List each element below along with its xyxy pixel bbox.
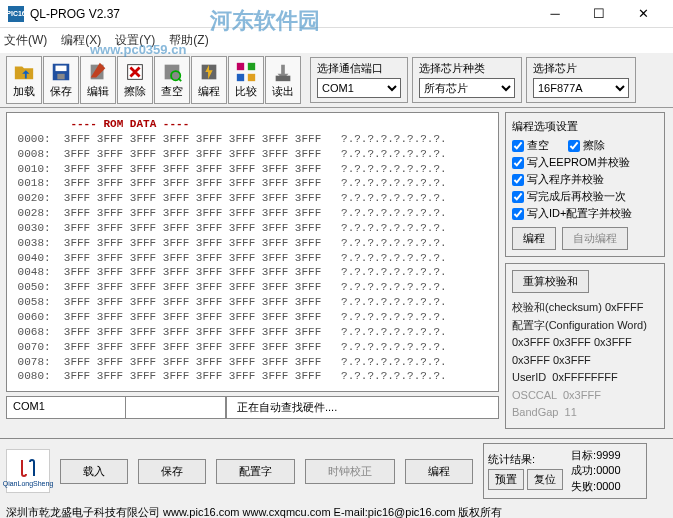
svg-rect-2 xyxy=(57,73,64,79)
program-button[interactable]: 编程 xyxy=(191,56,227,104)
kind-select[interactable]: 所有芯片 xyxy=(419,78,515,98)
load-button[interactable]: 加载 xyxy=(6,56,42,104)
chk-blank[interactable] xyxy=(512,140,524,152)
read-button[interactable]: 读出 xyxy=(265,56,301,104)
erase-button[interactable]: 擦除 xyxy=(117,56,153,104)
app-icon: PIC16 xyxy=(8,6,24,22)
maximize-button[interactable]: ☐ xyxy=(577,0,621,28)
blank-button[interactable]: 查空 xyxy=(154,56,190,104)
foot-load-button[interactable]: 载入 xyxy=(60,459,128,484)
opts-auto-button[interactable]: 自动编程 xyxy=(562,227,628,250)
svg-rect-1 xyxy=(56,65,67,71)
chk-erase[interactable] xyxy=(568,140,580,152)
company-logo: QianLongSheng xyxy=(6,449,50,493)
svg-rect-11 xyxy=(248,73,255,80)
svg-rect-8 xyxy=(237,62,244,69)
chk-program[interactable] xyxy=(512,174,524,186)
opts-program-button[interactable]: 编程 xyxy=(512,227,556,250)
chip-select[interactable]: 16F877A xyxy=(533,78,629,98)
foot-config-button[interactable]: 配置字 xyxy=(216,459,295,484)
port-select[interactable]: COM1 xyxy=(317,78,401,98)
compare-button[interactable]: 比较 xyxy=(228,56,264,104)
status-port: COM1 xyxy=(6,396,126,419)
chip-label: 选择芯片 xyxy=(533,61,629,76)
svg-rect-12 xyxy=(276,75,291,81)
opts-title: 编程选项设置 xyxy=(512,119,658,134)
chk-idcfg[interactable] xyxy=(512,208,524,220)
svg-rect-10 xyxy=(237,73,244,80)
preset-button[interactable]: 预置 xyxy=(488,469,524,490)
svg-rect-9 xyxy=(248,62,255,69)
edit-button[interactable]: 编辑 xyxy=(80,56,116,104)
reset-button[interactable]: 复位 xyxy=(527,469,563,490)
recalc-button[interactable]: 重算校验和 xyxy=(512,270,589,293)
watermark-url: www.pc0359.cn xyxy=(90,42,186,57)
close-button[interactable]: ✕ xyxy=(621,0,665,28)
watermark-overlay: 河东软件园 xyxy=(210,6,320,36)
foot-clock-button[interactable]: 时钟校正 xyxy=(305,459,395,484)
kind-label: 选择芯片种类 xyxy=(419,61,515,76)
copyright: 深圳市乾龙盛电子科技有限公司 www.pic16.com www.cxqmcu.… xyxy=(6,505,667,518)
foot-save-button[interactable]: 保存 xyxy=(138,459,206,484)
foot-program-button[interactable]: 编程 xyxy=(405,459,473,484)
rom-data-view[interactable]: ---- ROM DATA ---- 0000: 3FFF 3FFF 3FFF … xyxy=(6,112,499,392)
chk-verify[interactable] xyxy=(512,191,524,203)
menu-file[interactable]: 文件(W) xyxy=(4,32,47,49)
status-message: 正在自动查找硬件.... xyxy=(226,396,499,419)
minimize-button[interactable]: ─ xyxy=(533,0,577,28)
port-label: 选择通信端口 xyxy=(317,61,401,76)
chk-eeprom[interactable] xyxy=(512,157,524,169)
save-button[interactable]: 保存 xyxy=(43,56,79,104)
stat-group: 统计结果: 预置 复位 目标:9999 成功:0000 失败:0000 xyxy=(483,443,647,499)
